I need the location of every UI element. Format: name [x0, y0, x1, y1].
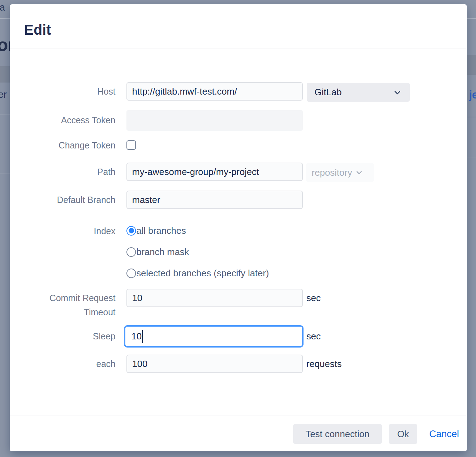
- path-label: Path: [24, 167, 115, 177]
- commit-request-timeout-label-line1: Commit Request: [24, 293, 115, 303]
- footer-divider: [10, 416, 467, 416]
- path-scope-selected-value: repository: [312, 167, 352, 178]
- access-token-input[interactable]: [126, 110, 303, 131]
- each-input[interactable]: [126, 355, 303, 373]
- edit-dialog: Edit Host GitLab Access Token Change Tok…: [10, 4, 467, 451]
- ok-button[interactable]: Ok: [389, 424, 417, 444]
- test-connection-button[interactable]: Test connection: [293, 424, 382, 444]
- change-token-label: Change Token: [24, 140, 115, 151]
- default-branch-input[interactable]: [126, 191, 303, 209]
- radio-unselected-icon: [126, 247, 136, 257]
- radio-selected-icon: [126, 226, 136, 236]
- radio-option-selected-branches[interactable]: selected branches (specify later): [126, 268, 269, 278]
- sleep-input[interactable]: 10: [124, 325, 304, 348]
- sleep-unit: sec: [306, 331, 321, 342]
- radio-option-label: branch mask: [136, 247, 189, 258]
- header-divider: [10, 49, 467, 49]
- default-branch-label: Default Branch: [24, 194, 115, 205]
- host-label: Host: [24, 86, 115, 97]
- radio-option-branch-mask[interactable]: branch mask: [126, 247, 189, 257]
- cancel-button[interactable]: Cancel: [421, 424, 467, 444]
- radio-option-label: all branches: [136, 225, 186, 236]
- each-unit: requests: [306, 359, 342, 369]
- sleep-label: Sleep: [24, 331, 115, 342]
- commit-request-timeout-label-line2: Timeout: [24, 307, 115, 317]
- index-label: Index: [24, 226, 115, 236]
- host-type-select[interactable]: GitLab: [307, 83, 410, 102]
- path-input[interactable]: [126, 163, 303, 181]
- background-text-fragment: La: [0, 2, 5, 13]
- path-scope-select[interactable]: repository: [306, 163, 374, 182]
- radio-option-label: selected branches (specify later): [136, 268, 269, 279]
- commit-request-timeout-unit: sec: [306, 293, 321, 303]
- commit-request-timeout-input[interactable]: [126, 289, 303, 307]
- each-label: each: [24, 359, 115, 369]
- chevron-down-icon: [393, 88, 402, 97]
- background-text-fragment: er: [0, 89, 7, 100]
- access-token-label: Access Token: [24, 115, 115, 125]
- background-link-fragment: je: [469, 89, 476, 101]
- host-input[interactable]: [126, 82, 303, 101]
- chevron-down-icon: [355, 168, 363, 177]
- radio-option-all-branches[interactable]: all branches: [126, 225, 186, 236]
- radio-unselected-icon: [126, 269, 136, 278]
- change-token-checkbox[interactable]: [126, 140, 136, 150]
- host-type-selected-value: GitLab: [314, 87, 342, 98]
- dialog-title: Edit: [24, 22, 51, 38]
- commit-request-timeout-label: Commit Request Timeout: [24, 293, 115, 317]
- sleep-input-value: 10: [131, 331, 142, 342]
- text-cursor: [142, 330, 143, 343]
